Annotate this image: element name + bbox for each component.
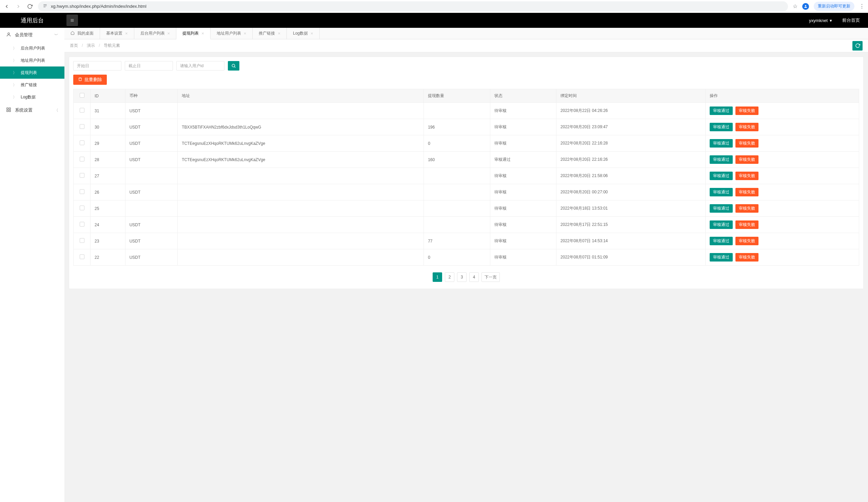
forward-button[interactable] <box>15 3 22 10</box>
row-checkbox[interactable] <box>80 189 84 194</box>
user-dropdown[interactable]: yxymknet ▾ <box>809 18 832 23</box>
tab[interactable]: 后台用户列表× <box>134 28 177 39</box>
content-card: 批量删除 ID 币种 地址 提现数量 状态 绑定时间 操作 31USDT待审核2 <box>69 57 864 289</box>
reject-button[interactable]: 审核失败 <box>735 204 758 213</box>
sidebar-item-label: 后台用户列表 <box>21 45 45 51</box>
approve-button[interactable]: 审核通过 <box>710 253 733 262</box>
select-all-checkbox[interactable] <box>80 93 84 98</box>
url-bar[interactable]: xg.hwym.shop/index.php/Admin/Index/index… <box>38 1 788 11</box>
next-page-button[interactable]: 下一页 <box>482 273 500 282</box>
cell-status: 待审核 <box>490 217 556 233</box>
close-icon[interactable]: × <box>244 31 247 36</box>
cell-id: 27 <box>91 168 125 184</box>
svg-point-6 <box>232 64 235 67</box>
page-button[interactable]: 4 <box>469 273 479 282</box>
sidebar-item[interactable]: 〉推广链接 <box>0 79 64 91</box>
sidebar-toggle[interactable] <box>66 14 78 26</box>
cell-status: 待审核 <box>490 249 556 266</box>
row-checkbox[interactable] <box>80 124 84 129</box>
profile-icon[interactable] <box>802 3 809 10</box>
reject-button[interactable]: 审核失败 <box>735 106 758 115</box>
row-checkbox[interactable] <box>80 157 84 162</box>
refresh-button[interactable] <box>852 41 862 51</box>
table-row: 26USDT待审核2022年08月20日 00:27:00审核通过审核失败 <box>74 184 859 201</box>
col-id: ID <box>91 89 125 103</box>
tab[interactable]: Log数据× <box>287 28 320 39</box>
reject-button[interactable]: 审核失败 <box>735 172 758 180</box>
approve-button[interactable]: 审核通过 <box>710 221 733 229</box>
row-checkbox[interactable] <box>80 238 84 243</box>
page-button[interactable]: 3 <box>457 273 466 282</box>
search-button[interactable] <box>228 61 239 71</box>
close-icon[interactable]: × <box>167 31 170 36</box>
row-checkbox[interactable] <box>80 141 84 145</box>
tab[interactable]: 我的桌面 <box>64 28 100 39</box>
reject-button[interactable]: 审核失败 <box>735 237 758 245</box>
row-checkbox[interactable] <box>80 108 84 113</box>
tab[interactable]: 基本设置× <box>100 28 134 39</box>
sidebar-group-member[interactable]: 会员管理 ﹀ <box>0 28 64 42</box>
batch-delete-button[interactable]: 批量删除 <box>73 75 107 85</box>
reject-button[interactable]: 审核失败 <box>735 253 758 262</box>
cell-qty: 160 <box>424 152 490 168</box>
cell-ops: 审核通过审核失败 <box>705 217 859 233</box>
kebab-menu-icon[interactable]: ⋮ <box>859 3 865 10</box>
cell-time: 2022年08月22日 04:26:26 <box>556 103 705 119</box>
close-icon[interactable]: × <box>311 31 313 36</box>
data-table: ID 币种 地址 提现数量 状态 绑定时间 操作 31USDT待审核2022年0… <box>73 89 859 266</box>
tab[interactable]: 地址用户列表× <box>210 28 253 39</box>
row-checkbox[interactable] <box>80 206 84 210</box>
approve-button[interactable]: 审核通过 <box>710 106 733 115</box>
cell-ops: 审核通过审核失败 <box>705 103 859 119</box>
tab-label: Log数据 <box>293 31 308 36</box>
reject-button[interactable]: 审核失败 <box>735 123 758 131</box>
row-checkbox[interactable] <box>80 254 84 259</box>
approve-button[interactable]: 审核通过 <box>710 188 733 196</box>
page-button[interactable]: 1 <box>433 273 442 282</box>
cell-id: 25 <box>91 201 125 217</box>
tab[interactable]: 推广链接× <box>252 28 287 39</box>
sidebar-group-label: 系统设置 <box>15 107 32 113</box>
user-id-input[interactable] <box>176 61 225 71</box>
cell-ops: 审核通过审核失败 <box>705 249 859 266</box>
approve-button[interactable]: 审核通过 <box>710 139 733 147</box>
row-checkbox[interactable] <box>80 173 84 178</box>
reject-button[interactable]: 审核失败 <box>735 139 758 147</box>
reject-button[interactable]: 审核失败 <box>735 221 758 229</box>
end-date-input[interactable] <box>125 61 173 71</box>
sidebar-item[interactable]: 〉地址用户列表 <box>0 54 64 66</box>
approve-button[interactable]: 审核通过 <box>710 155 733 164</box>
cell-time: 2022年08月20日 22:16:26 <box>556 152 705 168</box>
sidebar-item[interactable]: 〉Log数据 <box>0 91 64 103</box>
row-checkbox[interactable] <box>80 222 84 227</box>
reload-button[interactable] <box>27 3 33 10</box>
crumb-item[interactable]: 演示 <box>87 43 95 48</box>
breadcrumb: 首页 / 演示 / 导航元素 <box>70 43 120 49</box>
close-icon[interactable]: × <box>125 31 128 36</box>
cell-status: 待审核 <box>490 135 556 152</box>
tab[interactable]: 提现列表× <box>176 28 210 39</box>
approve-button[interactable]: 审核通过 <box>710 237 733 245</box>
page-button[interactable]: 2 <box>445 273 454 282</box>
cell-status: 待审核 <box>490 168 556 184</box>
bookmark-icon[interactable]: ☆ <box>793 3 797 10</box>
site-info-icon[interactable] <box>43 3 48 9</box>
sidebar-group-system[interactable]: 系统设置 〈 <box>0 103 64 117</box>
sidebar-item[interactable]: 〉提现列表 <box>0 66 64 79</box>
approve-button[interactable]: 审核通过 <box>710 204 733 213</box>
start-date-input[interactable] <box>73 61 121 71</box>
front-home-link[interactable]: 前台首页 <box>842 17 860 23</box>
approve-button[interactable]: 审核通过 <box>710 172 733 180</box>
reject-button[interactable]: 审核失败 <box>735 188 758 196</box>
table-row: 28USDTTCTEegsnuEzXHqoRKTUMk62uLnvgKaZVge… <box>74 152 859 168</box>
sidebar-item[interactable]: 〉后台用户列表 <box>0 42 64 54</box>
close-icon[interactable]: × <box>278 31 280 36</box>
crumb-item[interactable]: 首页 <box>70 43 78 48</box>
close-icon[interactable]: × <box>202 31 204 36</box>
back-button[interactable] <box>3 3 10 10</box>
col-addr: 地址 <box>178 89 424 103</box>
cell-ops: 审核通过审核失败 <box>705 184 859 201</box>
reject-button[interactable]: 审核失败 <box>735 155 758 164</box>
update-pill[interactable]: 重新启动即可更新 <box>814 2 855 11</box>
approve-button[interactable]: 审核通过 <box>710 123 733 131</box>
